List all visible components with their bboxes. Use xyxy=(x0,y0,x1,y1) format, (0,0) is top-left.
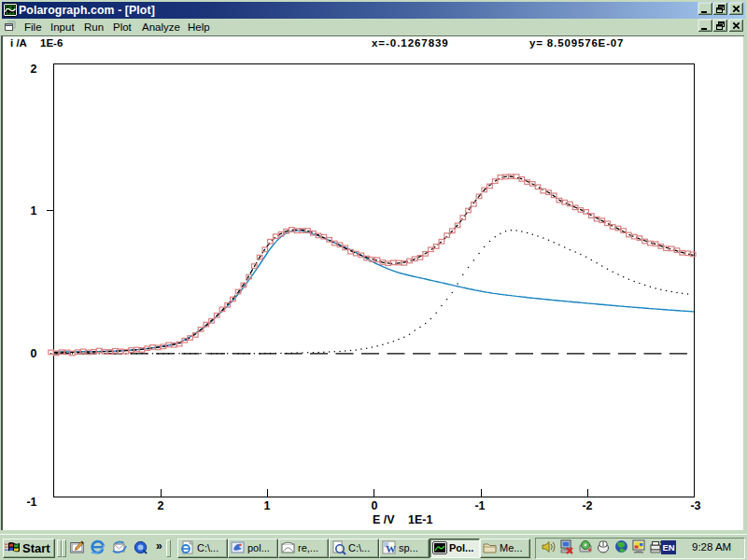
svg-text:2: 2 xyxy=(31,63,37,76)
svg-text:1E-6: 1E-6 xyxy=(40,37,63,49)
svg-text:0: 0 xyxy=(31,347,37,360)
svg-text:2: 2 xyxy=(158,499,164,512)
svg-text:1: 1 xyxy=(264,499,271,512)
svg-text:1E-1: 1E-1 xyxy=(408,513,432,526)
svg-text:-1: -1 xyxy=(474,499,485,512)
svg-text:-1: -1 xyxy=(26,496,36,509)
svg-text:i /A: i /A xyxy=(10,37,27,49)
svg-text:-3: -3 xyxy=(690,499,700,512)
svg-text:W: W xyxy=(386,543,396,554)
svg-text:0: 0 xyxy=(372,499,378,512)
svg-text:y= 8.509576E-07: y= 8.509576E-07 xyxy=(529,37,624,49)
svg-text:1: 1 xyxy=(31,204,37,217)
svg-text:-2: -2 xyxy=(582,499,592,512)
svg-text:x=-0.1267839: x=-0.1267839 xyxy=(372,37,449,49)
svg-text:E /V: E /V xyxy=(373,513,395,526)
